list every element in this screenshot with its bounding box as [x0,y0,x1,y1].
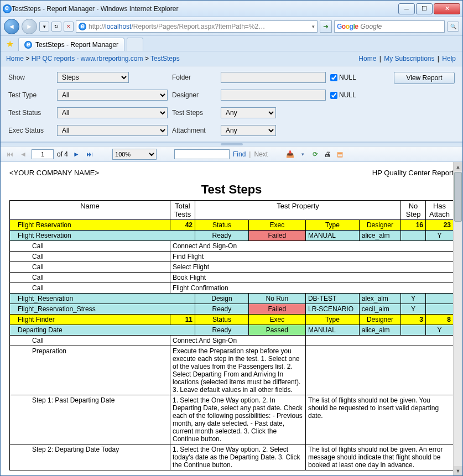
page-icon [79,23,86,30]
step-row: CallSelect Flight [10,262,454,273]
window-titlebar: TestSteps - Report Manager - Windows Int… [1,1,462,17]
label-test-type: Test Type [8,91,53,99]
select-exec-status[interactable]: All [57,125,168,136]
next-page-button[interactable]: ► [71,149,81,159]
minimize-button[interactable]: ─ [398,3,415,14]
zoom-select[interactable]: 100% [112,149,157,160]
tab-strip: ★ TestSteps - Report Manager [1,36,462,51]
checkbox-folder-null[interactable] [330,74,337,81]
vertical-scrollbar[interactable]: ▲ ▼ [453,162,462,475]
hdr-nostep: No Step [401,201,426,220]
page-number-input[interactable] [32,149,54,159]
maximize-button[interactable]: ☐ [416,3,433,14]
step-row: Step 2: Departing Date Today1. Select th… [10,444,454,470]
feed-icon[interactable]: ▤ [335,150,344,159]
new-tab-button[interactable] [127,38,143,51]
select-attachment[interactable]: Any [221,125,276,136]
input-designer[interactable] [221,90,326,101]
google-icon: Google [337,23,358,30]
export-icon[interactable]: 📥 [285,150,294,159]
url-text: http://localhost/Reports/Pages/Report.as… [89,23,310,30]
ie-icon [3,4,12,13]
test-row: Flight_ReservationDesignNo RunDB-TESTale… [10,294,454,304]
group-row: Flight Reservation42StatusExecTypeDesign… [10,220,454,231]
label-folder: Folder [172,74,216,81]
report-source: HP Quality Center Report [372,169,454,177]
refresh-button[interactable]: ↻ [51,22,61,32]
breadcrumb-home[interactable]: Home [6,55,24,62]
print-icon[interactable]: 🖨 [323,150,332,159]
scroll-up-arrow[interactable]: ▲ [454,162,462,171]
breadcrumb-folder[interactable]: HP QC reports - www.rbreporting.com [32,55,143,62]
label-test-status: Test Status [8,109,53,117]
company-name: <YOUR COMPANY NAME> [9,169,99,177]
refresh-report-icon[interactable]: ⟳ [311,150,320,159]
address-bar[interactable]: http://localhost/Reports/Pages/Report.as… [76,20,318,33]
first-page-button[interactable]: ⏮ [5,149,15,159]
find-link[interactable]: Find [233,150,246,158]
tab-teststeps[interactable]: TestSteps - Report Manager [18,38,124,51]
report-viewport[interactable]: <YOUR COMPANY NAME> HP Quality Center Re… [1,162,462,475]
scroll-down-arrow[interactable]: ▼ [454,466,462,475]
step-row: CallFind Flight [10,252,454,262]
last-page-button[interactable]: ⏭ [85,149,95,159]
input-folder[interactable] [221,72,326,83]
test-row: Flight ReservationReadyFailedMANUALalice… [10,231,454,241]
search-box[interactable]: Google [334,20,445,33]
find-input[interactable] [174,149,230,159]
breadcrumb-report[interactable]: TestSteps [150,55,180,62]
hdr-total: Total Tests [170,201,195,220]
search-options-button[interactable]: 🔍 [447,22,459,32]
label-test-steps: Test Steps [172,109,216,117]
find-next-link[interactable]: Next [254,150,268,158]
splitter[interactable] [1,142,462,147]
select-test-steps[interactable]: Any [221,107,276,118]
link-my-subscriptions[interactable]: My Subscriptions [384,55,434,62]
hdr-property: Test Property [195,201,401,220]
test-row: Flight_Reservation_StressReadyFailedLR-S… [10,304,454,315]
step-row: Step 1: Past Departing Date1. Select the… [10,395,454,444]
select-test-type[interactable]: All [57,90,168,101]
report-title: Test Steps [9,182,454,197]
select-show[interactable]: Steps [57,72,129,83]
step-row: CallFlight Confirmation [10,283,454,294]
hdr-name: Name [10,201,170,220]
step-row: CallConnect And Sign-On [10,241,454,252]
stop-button[interactable]: ✕ [64,22,74,32]
link-home[interactable]: Home [358,55,376,62]
forward-button[interactable]: ► [22,19,37,34]
step-row: PreparationExecute the Preparation step … [10,346,454,395]
group-row: Flight Finder11StatusExecTypeDesigner38 [10,315,454,325]
report-toolbar: ⏮ ◄ of 4 ► ⏭ 100% Find | Next 📥 ▾ ⟳ 🖨 ▤ [1,147,462,162]
window-title: TestSteps - Report Manager - Windows Int… [12,5,398,13]
tab-favicon [24,41,32,49]
step-row: CallConnect And Sign-On [10,336,454,346]
test-row: Departing DateReadyPassedMANUALalice_alm… [10,325,454,336]
tab-title: TestSteps - Report Manager [35,41,118,49]
step-row: CallBook Flight [10,273,454,283]
search-input[interactable] [360,23,444,30]
back-button[interactable]: ◄ [4,19,19,34]
label-exec-status: Exec Status [8,127,53,134]
nav-toolbar: ◄ ► ▾ ↻ ✕ http://localhost/Reports/Pages… [1,17,462,36]
close-button[interactable]: ✕ [434,3,460,14]
label-attachment: Attachment [172,127,216,134]
export-dropdown[interactable]: ▾ [298,149,308,159]
recent-pages-dropdown[interactable]: ▾ [39,22,49,32]
favorites-button[interactable]: ★ [4,38,16,50]
go-button[interactable]: ➜ [320,20,332,33]
label-show: Show [8,74,53,81]
hdr-attach: Has Attach [426,201,454,220]
prev-page-button[interactable]: ◄ [18,149,28,159]
checkbox-designer-null[interactable] [330,92,337,99]
label-designer: Designer [172,91,216,99]
select-test-status[interactable]: All [57,107,168,118]
page-total: of 4 [57,150,68,158]
url-dropdown-icon[interactable]: ▾ [312,24,315,29]
report-table: Name Total Tests Test Property No Step H… [9,200,454,470]
breadcrumb: Home > HP QC reports - www.rbreporting.c… [1,51,462,66]
parameters-panel: Show Steps Folder NULL Test Type All Des… [1,66,462,142]
link-help[interactable]: Help [442,55,456,62]
view-report-button[interactable]: View Report [394,72,455,84]
scroll-thumb[interactable] [454,172,462,222]
